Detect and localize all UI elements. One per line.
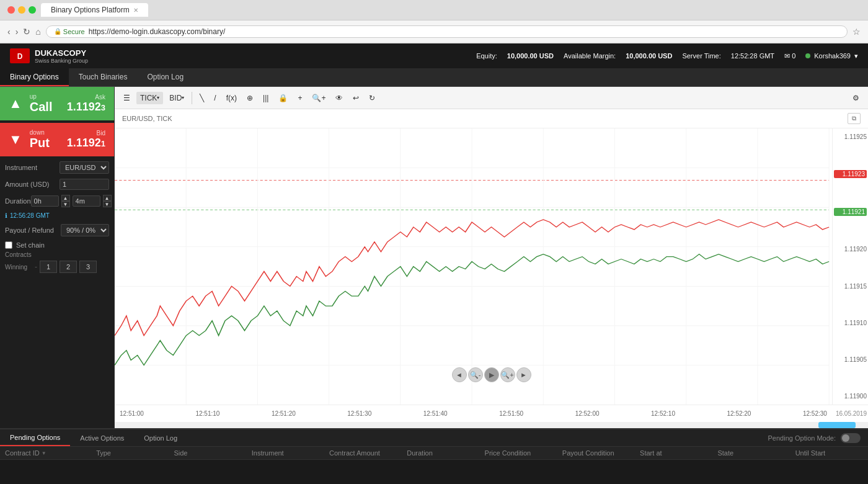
user-dropdown-icon[interactable]: ▾ [854, 52, 858, 60]
chart-scrollbar-thumb[interactable] [818, 422, 856, 428]
call-direction: up [30, 93, 53, 100]
bookmark-button[interactable]: ☆ [852, 27, 861, 37]
hours-down-button[interactable]: ▼ [61, 201, 70, 207]
table-body [0, 460, 868, 478]
amount-label: Amount (USD) [5, 181, 50, 188]
lock-button[interactable]: 🔒 [275, 92, 291, 104]
y-label-5: 1.11905 [834, 356, 867, 363]
tick-button[interactable]: TICK▾ [136, 92, 163, 104]
y-axis: 1.11925 1.11923 1.11921 1.11920 1.11915 … [832, 128, 868, 405]
winning-label: Winning [5, 264, 32, 271]
bottom-tabs: Pending Options Active Options Option Lo… [0, 429, 868, 447]
chart-play-button[interactable]: ▶ [484, 367, 499, 382]
mail-icon[interactable]: ✉ 0 [784, 52, 795, 60]
minimize-dot[interactable] [18, 6, 25, 14]
col-until-start[interactable]: Until Start [790, 447, 868, 459]
chart-container[interactable]: 1.11925 1.11923 1.11921 1.11920 1.11915 … [115, 128, 868, 405]
payout-select[interactable]: 90% / 0% [61, 224, 109, 236]
eye-button[interactable]: 👁 [332, 92, 347, 104]
undo-button[interactable]: ↩ [349, 92, 363, 104]
minutes-up-button[interactable]: ▲ [103, 195, 112, 201]
indicator-button[interactable]: ⊕ [243, 92, 257, 104]
contract-1[interactable]: 1 [40, 261, 57, 273]
logo-icon: D [10, 48, 30, 63]
x-label-2: 12:51:10 [195, 410, 219, 417]
contracts-row: Winning - 1 2 3 [5, 261, 109, 273]
tab-binary-options[interactable]: Binary Options [0, 68, 69, 86]
call-button[interactable]: ▲ up Call Ask 1.11923 [0, 87, 114, 120]
col-state[interactable]: State [712, 447, 790, 459]
put-button[interactable]: ▼ down Put Bid 1.11921 [0, 123, 114, 156]
col-side[interactable]: Side [169, 447, 246, 459]
col-duration[interactable]: Duration [402, 447, 479, 459]
x-label-6: 12:51:50 [499, 410, 523, 417]
tab-touch-binaries[interactable]: Touch Binaries [69, 68, 138, 86]
minutes-down-button[interactable]: ▼ [103, 201, 112, 207]
forward-button[interactable]: › [16, 27, 19, 37]
browser-tab[interactable]: Binary Options Platform ✕ [41, 3, 148, 17]
detach-chart-button[interactable]: ⧉ [848, 113, 861, 124]
col-start-at[interactable]: Start at [635, 447, 712, 459]
tab-option-log[interactable]: Option Log [137, 68, 193, 86]
put-direction: down [30, 129, 50, 136]
redo-button[interactable]: ↻ [365, 92, 379, 104]
amount-row: Amount (USD) [5, 179, 109, 190]
chart-zoom-in2-button[interactable]: 🔍+ [500, 367, 515, 382]
chart-prev-button[interactable]: ◄ [452, 367, 467, 382]
main-layout: ▲ up Call Ask 1.11923 ▼ down Put Bid [0, 87, 868, 428]
y-label-3: 1.11915 [834, 283, 867, 290]
payout-label: Payout / Refund [5, 226, 54, 234]
home-button[interactable]: ⌂ [35, 27, 40, 37]
chart-controls: ◄ 🔍- ▶ 🔍+ ► [452, 367, 531, 382]
chart-toolbar: ☰ TICK▾ BID▾ ╲ / f(x) ⊕ ||| 🔒 + 🔍+ 👁 ↩ ↻… [115, 87, 868, 109]
line-tool-button[interactable]: / [210, 92, 219, 104]
set-chain-checkbox[interactable] [5, 241, 12, 249]
hours-up-button[interactable]: ▲ [61, 195, 70, 201]
amount-input[interactable] [60, 179, 109, 190]
duration-hours-input[interactable] [31, 195, 59, 207]
tab-pending-options[interactable]: Pending Options [0, 429, 70, 446]
margin-value: 10,000.00 USD [626, 52, 672, 60]
chart-next-button[interactable]: ► [516, 367, 531, 382]
instrument-select[interactable]: EUR/USD [60, 161, 109, 174]
instrument-label: Instrument [5, 164, 37, 171]
url-bar[interactable]: 🔒 Secure https://demo-login.dukascopy.co… [46, 25, 848, 38]
col-payout-condition[interactable]: Payout Condition [557, 447, 635, 459]
instrument-row: Instrument EUR/USD [5, 161, 109, 174]
contract-2[interactable]: 2 [60, 261, 77, 273]
bid-button[interactable]: BID▾ [166, 92, 188, 104]
fx-tool-button[interactable]: f(x) [223, 92, 241, 104]
refresh-button[interactable]: ↻ [23, 27, 30, 37]
tab-option-log-bottom[interactable]: Option Log [134, 429, 187, 446]
col-price-condition[interactable]: Price Condition [480, 447, 557, 459]
zoom-in-button[interactable]: 🔍+ [308, 92, 329, 104]
hamburger-menu-button[interactable]: ☰ [120, 92, 134, 104]
chart-zoom-out-button[interactable]: 🔍- [468, 367, 483, 382]
browser-titlebar: Binary Options Platform ✕ [0, 0, 868, 20]
x-label-1: 12:51:00 [120, 410, 144, 417]
dash-separator: - [35, 262, 37, 271]
close-dot[interactable] [7, 6, 15, 14]
x-label-8: 12:52:10 [651, 410, 675, 417]
col-contract-id[interactable]: Contract ID ▼ [0, 447, 91, 459]
back-button[interactable]: ‹ [7, 27, 11, 37]
pending-mode-toggle[interactable] [841, 433, 861, 443]
browser-urlbar: ‹ › ↻ ⌂ 🔒 Secure https://demo-login.duka… [0, 20, 868, 42]
maximize-dot[interactable] [29, 6, 36, 14]
cursor-tool-button[interactable]: ╲ [196, 92, 208, 104]
duration-minutes-input[interactable] [73, 195, 100, 207]
ask-price-label: 1.11923 [834, 170, 867, 178]
chart-scrollbar[interactable] [115, 422, 868, 428]
chart-type-button[interactable]: ||| [259, 92, 272, 104]
tab-close-icon[interactable]: ✕ [133, 7, 138, 14]
tab-active-options[interactable]: Active Options [70, 429, 134, 446]
contract-3[interactable]: 3 [79, 261, 97, 273]
settings-gear-button[interactable]: ⚙ [849, 92, 863, 104]
col-type[interactable]: Type [91, 447, 169, 459]
crosshair-button[interactable]: + [294, 92, 306, 104]
col-instrument[interactable]: Instrument [247, 447, 324, 459]
ask-label: Ask [67, 94, 105, 101]
col-contract-amount[interactable]: Contract Amount [324, 447, 402, 459]
call-price-block: Ask 1.11923 [67, 94, 105, 114]
x-label-5: 12:51:40 [423, 410, 448, 417]
